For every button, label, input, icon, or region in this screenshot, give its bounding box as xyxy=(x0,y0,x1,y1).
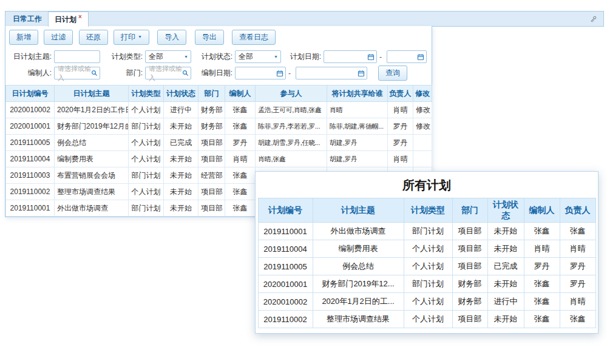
export-button[interactable]: 导出 xyxy=(195,30,224,45)
search-icon[interactable] xyxy=(182,70,189,76)
subject-filter-input[interactable] xyxy=(54,50,100,63)
cell-status: 未开始 xyxy=(487,311,524,328)
cell-modify xyxy=(413,151,432,167)
plan-date-from-input[interactable] xyxy=(324,50,377,63)
type-select[interactable]: 全部 ▼ xyxy=(145,50,191,63)
print-button[interactable]: 打印▼ xyxy=(114,30,149,45)
cell-status: 未开始 xyxy=(487,275,524,293)
calendar-icon[interactable] xyxy=(358,70,365,77)
cell-dept: 项目部 xyxy=(452,223,487,240)
table-row[interactable]: 2019110004 编制费用表 个人计划 未开始 项目部 肖晴 肖晴,张鑫 胡… xyxy=(6,151,432,167)
dept-placeholder: 请选择或输入 xyxy=(146,64,182,83)
cell-subject[interactable]: 编制费用表 xyxy=(55,151,129,167)
close-icon[interactable]: × xyxy=(78,13,82,20)
cell-owner: 罗丹 xyxy=(560,258,595,275)
cell-modify[interactable]: 修改 xyxy=(413,118,432,135)
cell-owner[interactable]: 肖晴 xyxy=(388,151,413,167)
cell-subject: 外出做市场调查 xyxy=(313,223,404,240)
cell-dept: 项目部 xyxy=(198,200,225,217)
view-log-button[interactable]: 查看日志 xyxy=(232,30,276,45)
cell-subject: 财务部门2019年12... xyxy=(313,275,404,293)
cell-share: 胡建,罗丹 xyxy=(327,135,388,151)
cell-share: 肖晴 xyxy=(327,102,388,118)
filter-row-2: 编制人: 请选择或输入 部门: 请选择或输入 xyxy=(9,65,428,81)
popup-title: 所有计划 xyxy=(256,172,598,198)
cell-type: 个人计划 xyxy=(129,102,164,118)
cell-type: 部门计划 xyxy=(404,275,452,293)
cell-status: 未开始 xyxy=(164,151,198,167)
chevron-down-icon: ▼ xyxy=(138,35,142,39)
filter-row-1: 日计划主题: 计划类型: 全部 ▼ 计划状态: 全部 ▼ 计划日期: xyxy=(9,49,428,65)
dept-input[interactable]: 请选择或输入 xyxy=(145,67,191,79)
creator-input[interactable]: 请选择或输入 xyxy=(54,67,100,79)
cell-subject[interactable]: 例会总结 xyxy=(55,135,129,151)
cell-participants: 陈菲,罗丹,李若若,罗... xyxy=(256,118,327,135)
cell-plan-id[interactable]: 2020010001 xyxy=(6,118,55,135)
table-row: 2019110004 编制费用表 个人计划 项目部 未开始 肖晴 肖晴 xyxy=(258,240,595,258)
cell-owner: 张鑫 xyxy=(560,223,595,240)
created-date-filter-label: 编制日期: xyxy=(197,68,232,78)
table-row[interactable]: 2020010002 2020年1月2日的工作日... 个人计划 进行中 财务部… xyxy=(6,102,432,118)
created-date-to-input[interactable] xyxy=(296,67,367,79)
toolbar: 新增 过滤 还原 打印▼ 导入 导出 查看日志 xyxy=(5,26,432,48)
cell-plan-id[interactable]: 2019110005 xyxy=(6,135,55,151)
cell-owner[interactable]: 肖晴 xyxy=(388,102,413,118)
cell-subject: 2020年1月2日的工... xyxy=(313,293,404,311)
date-range-separator: - xyxy=(379,53,382,61)
cell-creator: 肖晴 xyxy=(524,240,560,258)
cell-dept: 财务部 xyxy=(452,275,487,293)
cell-plan-id[interactable]: 2019110003 xyxy=(6,167,55,184)
tab-daily-work[interactable]: 日常工作 xyxy=(7,12,48,26)
table-row[interactable]: 2020010001 财务部门2019年12月的... 部门计划 未开始 财务部… xyxy=(6,118,432,135)
cell-type: 个人计划 xyxy=(404,258,452,275)
cell-plan-id: 2020010002 xyxy=(258,293,313,311)
cell-creator: 张鑫 xyxy=(524,275,560,293)
column-header-type: 计划类型 xyxy=(404,198,452,223)
cell-plan-id[interactable]: 2019110001 xyxy=(6,200,55,217)
cell-plan-id[interactable]: 2020010002 xyxy=(6,102,55,118)
cell-dept: 经营部 xyxy=(198,167,225,184)
calendar-icon[interactable] xyxy=(417,53,424,61)
cell-owner[interactable]: 罗丹 xyxy=(388,135,413,151)
calendar-icon[interactable] xyxy=(276,70,283,77)
created-date-from-input[interactable] xyxy=(235,67,286,79)
add-button[interactable]: 新增 xyxy=(9,30,38,45)
cell-subject[interactable]: 2020年1月2日的工作日... xyxy=(55,102,129,118)
column-header-subject: 日计划主题 xyxy=(55,86,129,102)
cell-creator: 张鑫 xyxy=(225,118,256,135)
cell-status: 已完成 xyxy=(487,258,524,275)
cell-subject[interactable]: 布置营销展会会场 xyxy=(55,167,129,184)
cell-dept: 项目部 xyxy=(198,184,225,200)
restore-button[interactable]: 还原 xyxy=(79,30,108,45)
cell-plan-id[interactable]: 2019110002 xyxy=(6,184,55,200)
cell-owner[interactable]: 罗丹 xyxy=(388,118,413,135)
import-button[interactable]: 导入 xyxy=(157,30,186,45)
cell-creator: 肖晴 xyxy=(225,151,256,167)
table-row[interactable]: 2019110005 例会总结 个人计划 已完成 项目部 罗丹 胡建,胡雪,罗丹… xyxy=(6,135,432,151)
cell-creator: 张鑫 xyxy=(225,200,256,217)
cell-dept: 财务部 xyxy=(198,102,225,118)
cell-plan-id[interactable]: 2019110004 xyxy=(6,151,55,167)
cell-modify[interactable]: 修改 xyxy=(413,102,432,118)
column-header-share: 将计划共享给谁 xyxy=(327,86,388,102)
status-select[interactable]: 全部 ▼ xyxy=(235,50,281,63)
plan-date-filter-label: 计划日期: xyxy=(286,52,321,62)
filter-button[interactable]: 过滤 xyxy=(44,30,73,45)
column-header-dept: 部门 xyxy=(198,86,225,102)
key-icon[interactable] xyxy=(589,15,597,23)
search-icon[interactable] xyxy=(91,70,98,76)
cell-subject[interactable]: 外出做市场调查 xyxy=(55,200,129,217)
date-range-separator: - xyxy=(288,69,291,78)
cell-owner: 肖晴 xyxy=(560,240,595,258)
cell-type: 部门计划 xyxy=(129,167,164,184)
cell-type: 部门计划 xyxy=(129,200,164,217)
cell-creator: 罗丹 xyxy=(524,258,560,275)
plan-date-to-input[interactable] xyxy=(387,50,427,63)
creator-placeholder: 请选择或输入 xyxy=(55,64,91,83)
cell-subject[interactable]: 整理市场调查结果 xyxy=(55,184,129,200)
tab-daily-plan[interactable]: 日计划 × xyxy=(48,12,89,27)
cell-subject[interactable]: 财务部门2019年12月的... xyxy=(55,118,129,135)
calendar-icon[interactable] xyxy=(367,53,375,61)
cell-plan-id: 2019110001 xyxy=(258,223,313,240)
query-button[interactable]: 查询 xyxy=(378,66,407,81)
